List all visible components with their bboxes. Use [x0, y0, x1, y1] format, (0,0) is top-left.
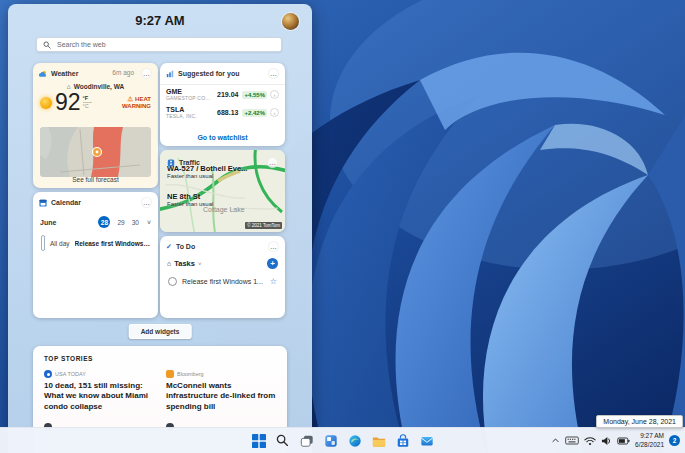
touch-keyboard-icon[interactable] [565, 435, 579, 446]
wifi-icon[interactable] [584, 436, 596, 446]
weather-menu-icon[interactable]: … [141, 68, 152, 79]
stock-change-badge: +4.55% [242, 91, 267, 99]
traffic-widget[interactable]: Traffic … WA-527 / Bothell Eve... Faster… [160, 150, 285, 232]
traffic-menu-icon[interactable]: … [267, 157, 278, 168]
weather-title: Weather [51, 70, 79, 77]
temperature-value: 92 [55, 92, 81, 114]
todo-title: To Do [176, 243, 195, 250]
mail-icon[interactable] [419, 433, 435, 449]
weather-location: Woodinville, WA [74, 83, 124, 90]
weather-icon [39, 70, 47, 78]
search-input[interactable] [55, 40, 275, 49]
start-button[interactable] [251, 433, 267, 449]
tray-clock[interactable]: 9:27 AM 6/28/2021 [635, 432, 664, 449]
map-place-label: Cottage Lake [203, 206, 245, 213]
map-copyright: © 2021 TomTom [245, 222, 282, 229]
calendar-title: Calendar [51, 199, 81, 206]
notification-badge[interactable]: 2 [669, 435, 680, 446]
warning-icon: ⚠ [128, 95, 134, 102]
todo-check-icon: ✓ [166, 243, 172, 250]
tray-chevron-up-icon[interactable] [551, 436, 560, 445]
weather-updated: 6m ago [112, 70, 134, 77]
story-headline[interactable]: 10 dead, 151 still missing: What we know… [44, 381, 154, 412]
news-story[interactable]: Bloomberg McConnell wants infrastructure… [166, 370, 276, 412]
calendar-day[interactable]: 29 [117, 219, 124, 226]
task-checkbox[interactable] [168, 277, 177, 286]
stocks-widget[interactable]: Suggested for you … GME GAMESTOP CO... 2… [160, 63, 285, 146]
tray-date: 6/28/2021 [635, 441, 664, 449]
weather-widget[interactable]: Weather 6m ago … ⌂ Woodinville, WA 92 °F… [33, 63, 158, 188]
calendar-event[interactable]: All day Release first Windows 1... [41, 235, 150, 251]
calendar-date-row: June 28 29 30 ˅ [33, 211, 158, 230]
search-taskbar-icon[interactable] [275, 433, 291, 449]
tray-time: 9:27 AM [635, 432, 664, 440]
bloomberg-logo-icon [166, 370, 174, 378]
stock-price: 219.04 [217, 91, 238, 98]
see-full-forecast-link[interactable]: See full forecast [33, 176, 158, 183]
todo-menu-icon[interactable]: … [268, 241, 279, 252]
todo-task-item[interactable]: Release first Windows 11... ☆ [160, 269, 285, 286]
microsoft-store-icon[interactable] [395, 433, 411, 449]
calendar-icon [39, 199, 47, 207]
stock-row-tsla[interactable]: TSLA TESLA, INC. 688.13 +2.42% › [160, 103, 285, 121]
desktop: 9:27 AM Weather 6m ago … ⌂ Woodinville, … [0, 0, 685, 453]
calendar-day[interactable]: 30 [132, 219, 139, 226]
edge-browser-icon[interactable] [347, 433, 363, 449]
task-list-icon: ⌂ [167, 260, 171, 267]
user-avatar[interactable] [282, 13, 299, 30]
route-status: Faster than usual [167, 173, 247, 181]
traffic-title: Traffic [179, 159, 200, 166]
stock-company: TESLA, INC. [166, 114, 197, 120]
calendar-widget[interactable]: Calendar … June 28 29 30 ˅ All day Relea… [33, 192, 158, 318]
stocks-menu-icon[interactable]: … [268, 68, 279, 79]
file-explorer-icon[interactable] [371, 433, 387, 449]
stocks-title: Suggested for you [178, 70, 239, 77]
task-list-dropdown-icon[interactable]: ˅ [198, 261, 202, 267]
widgets-panel: 9:27 AM Weather 6m ago … ⌂ Woodinville, … [8, 4, 312, 453]
story-source: USA TODAY [55, 371, 86, 377]
task-star-icon[interactable]: ☆ [270, 277, 277, 286]
stock-price: 688.13 [217, 109, 238, 116]
clock-tooltip: Monday, June 28, 2021 [596, 415, 683, 428]
usa-today-logo-icon [44, 370, 52, 378]
taskbar: 9:27 AM 6/28/2021 2 [0, 427, 685, 453]
weather-location-row: ⌂ Woodinville, WA [33, 83, 158, 90]
warning-text: HEAT WARNING [122, 96, 151, 109]
panel-clock: 9:27 AM [8, 13, 312, 28]
weather-map[interactable] [40, 127, 151, 177]
unit-toggle[interactable]: °F °C [83, 96, 92, 110]
calendar-expand-icon[interactable]: ˅ [147, 219, 151, 226]
story-source: Bloomberg [177, 371, 204, 377]
add-task-button[interactable]: + [267, 258, 278, 269]
heat-warning: ⚠ HEAT WARNING [115, 95, 151, 110]
unit-fahrenheit[interactable]: °F [83, 96, 89, 102]
task-view-icon[interactable] [299, 433, 315, 449]
search-icon [43, 41, 51, 49]
calendar-menu-icon[interactable]: … [141, 197, 152, 208]
route-name: NE 8th St [167, 192, 213, 201]
calendar-day-selected[interactable]: 28 [98, 216, 110, 228]
battery-icon[interactable] [617, 436, 630, 446]
stock-action-icon[interactable]: › [270, 90, 279, 99]
story-headline[interactable]: McConnell wants infrastructure de-linked… [166, 381, 276, 412]
search-bar[interactable] [36, 37, 282, 52]
top-stories-header: TOP STORIES [44, 355, 276, 362]
widgets-taskbar-icon[interactable] [323, 433, 339, 449]
volume-icon[interactable] [601, 436, 612, 446]
unit-celsius[interactable]: °C [83, 104, 89, 110]
event-time: All day [50, 240, 70, 247]
go-to-watchlist-link[interactable]: Go to watchlist [160, 134, 285, 141]
todo-list-row[interactable]: ⌂ Tasks ˅ + [160, 255, 285, 269]
add-widgets-button[interactable]: Add widgets [129, 324, 192, 339]
stock-row-gme[interactable]: GME GAMESTOP CO... 219.04 +4.55% › [160, 85, 285, 103]
sunny-icon [40, 97, 52, 109]
stock-action-icon[interactable]: › [270, 108, 279, 117]
task-list-name[interactable]: Tasks [174, 259, 195, 268]
task-title: Release first Windows 11... [182, 278, 265, 285]
traffic-icon [167, 159, 175, 167]
event-duration-bracket [41, 235, 45, 251]
stocks-chart-icon [166, 70, 174, 78]
news-story[interactable]: USA TODAY 10 dead, 151 still missing: Wh… [44, 370, 154, 412]
calendar-month: June [40, 219, 56, 226]
todo-widget[interactable]: ✓ To Do … ⌂ Tasks ˅ + Release first Wind… [160, 236, 285, 318]
